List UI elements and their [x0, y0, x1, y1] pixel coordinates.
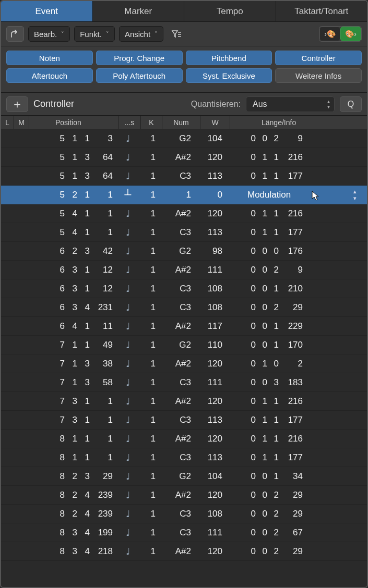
position-cell[interactable]: 8 3 4 199 — [28, 528, 117, 538]
event-row[interactable]: 5 4 1 1 ♩ 1 A#2 120 0 1 1 216 — [1, 204, 367, 223]
event-row[interactable]: 5 1 3 64 ♩ 1 C3 113 0 1 1 177 — [1, 167, 367, 186]
channel-cell[interactable]: 1 — [139, 321, 160, 332]
position-cell[interactable]: 6 3 1 12 — [28, 284, 117, 294]
position-cell[interactable]: 8 1 1 1 — [28, 434, 117, 444]
value-cell[interactable]: 111 — [197, 377, 227, 388]
value-cell[interactable]: 98 — [197, 246, 227, 256]
position-cell[interactable]: 7 3 1 1 — [28, 415, 117, 425]
value-cell[interactable]: 104 — [197, 471, 227, 482]
channel-cell[interactable]: 1 — [139, 209, 160, 219]
event-row[interactable]: 8 2 4 239 ♩ 1 C3 108 0 0 2 29 — [1, 505, 367, 523]
event-row[interactable]: 6 2 3 42 ♩ 1 G2 98 0 0 0 176 — [1, 242, 367, 261]
num-cell[interactable]: C3 — [160, 302, 197, 313]
position-cell[interactable]: 5 4 1 1 — [28, 209, 117, 219]
event-row[interactable]: 5 1 1 3 ♩ 1 G2 104 0 0 2 9 — [1, 129, 367, 148]
num-cell[interactable]: A#2 — [160, 209, 197, 219]
num-cell[interactable]: A#2 — [160, 321, 197, 332]
event-row[interactable]: 7 3 1 1 ♩ 1 A#2 120 0 1 1 216 — [1, 392, 367, 411]
channel-cell[interactable]: 1 — [139, 490, 160, 500]
filter-program-change[interactable]: Progr. Change — [96, 51, 183, 65]
event-row[interactable]: 8 2 4 239 ♩ 1 A#2 120 0 0 2 29 — [1, 486, 367, 505]
event-row[interactable]: 6 4 1 11 ♩ 1 A#2 117 0 0 1 229 — [1, 317, 367, 336]
filter-aftertouch[interactable]: Aftertouch — [6, 68, 93, 83]
num-cell[interactable]: G2 — [160, 340, 197, 350]
col-header-L[interactable]: L — [1, 118, 14, 127]
channel-cell[interactable]: 1 — [139, 227, 160, 238]
event-row[interactable]: 8 3 4 218 ♩ 1 A#2 120 0 0 2 29 — [1, 542, 367, 561]
channel-cell[interactable]: 1 — [139, 415, 160, 425]
event-row[interactable]: 8 1 1 1 ♩ 1 A#2 120 0 1 1 216 — [1, 430, 367, 448]
position-cell[interactable]: 6 3 4 231 — [28, 302, 117, 313]
event-row[interactable]: 7 1 1 49 ♩ 1 G2 110 0 0 1 170 — [1, 336, 367, 354]
channel-cell[interactable]: 1 — [139, 246, 160, 256]
value-cell[interactable]: 113 — [197, 171, 227, 181]
event-row[interactable]: 8 2 3 29 ♩ 1 G2 104 0 0 1 34 — [1, 467, 367, 486]
event-row[interactable]: 5 1 3 64 ♩ 1 A#2 120 0 1 1 216 — [1, 148, 367, 167]
num-cell[interactable]: 1 — [160, 190, 197, 200]
col-header-length-info[interactable]: Länge/Info — [230, 118, 367, 127]
value-cell[interactable]: 120 — [197, 209, 227, 219]
num-cell[interactable]: A#2 — [160, 359, 197, 369]
position-cell[interactable]: 7 1 3 38 — [28, 359, 117, 369]
event-row[interactable]: 5 2 1 1 ┴ 1 1 0 Modulation ▴▾ — [1, 186, 367, 204]
event-row[interactable]: 6 3 4 231 ♩ 1 C3 108 0 0 2 29 — [1, 298, 367, 317]
num-cell[interactable]: G2 — [160, 471, 197, 482]
channel-cell[interactable]: 1 — [139, 359, 160, 369]
filter-controller[interactable]: Controller — [275, 51, 362, 65]
color-palette-in-icon[interactable]: ›🎨 — [319, 27, 340, 41]
value-cell[interactable]: 120 — [197, 490, 227, 500]
event-row[interactable]: 6 3 1 12 ♩ 1 C3 108 0 0 1 210 — [1, 279, 367, 298]
position-cell[interactable]: 8 3 4 218 — [28, 546, 117, 557]
num-cell[interactable]: C3 — [160, 528, 197, 538]
num-cell[interactable]: G2 — [160, 246, 197, 256]
value-cell[interactable]: 108 — [197, 284, 227, 294]
num-cell[interactable]: A#2 — [160, 546, 197, 557]
num-cell[interactable]: A#2 — [160, 265, 197, 275]
value-cell[interactable]: 120 — [197, 434, 227, 444]
position-cell[interactable]: 8 2 3 29 — [28, 471, 117, 482]
channel-cell[interactable]: 1 — [139, 265, 160, 275]
position-cell[interactable]: 5 1 3 64 — [28, 171, 117, 181]
position-cell[interactable]: 5 2 1 1 — [28, 190, 117, 200]
filter-icon[interactable] — [168, 26, 185, 42]
channel-cell[interactable]: 1 — [139, 528, 160, 538]
event-row[interactable]: 7 1 3 58 ♩ 1 C3 111 0 0 3 183 — [1, 373, 367, 392]
event-row[interactable]: 8 3 4 199 ♩ 1 C3 111 0 0 2 67 — [1, 523, 367, 542]
channel-cell[interactable]: 1 — [139, 377, 160, 388]
hierarchy-up-icon[interactable] — [6, 26, 24, 42]
position-cell[interactable]: 6 4 1 11 — [28, 321, 117, 332]
channel-cell[interactable]: 1 — [139, 452, 160, 463]
num-cell[interactable]: A#2 — [160, 490, 197, 500]
event-row[interactable]: 8 1 1 1 ♩ 1 C3 113 0 1 1 177 — [1, 448, 367, 467]
value-cell[interactable]: 0 — [197, 190, 227, 200]
num-cell[interactable]: G2 — [160, 133, 197, 144]
value-cell[interactable]: 104 — [197, 133, 227, 144]
col-header-M[interactable]: M — [14, 118, 29, 127]
num-cell[interactable]: C3 — [160, 227, 197, 238]
view-menu[interactable]: Ansicht˅ — [119, 26, 163, 42]
channel-cell[interactable]: 1 — [139, 152, 160, 163]
num-cell[interactable]: C3 — [160, 171, 197, 181]
position-cell[interactable]: 6 2 3 42 — [28, 246, 117, 256]
channel-cell[interactable]: 1 — [139, 190, 160, 200]
value-cell[interactable]: 113 — [197, 415, 227, 425]
filter-more-info[interactable]: Weitere Infos — [275, 68, 362, 83]
filter-notes[interactable]: Noten — [6, 51, 93, 65]
value-cell[interactable]: 120 — [197, 546, 227, 557]
event-row[interactable]: 6 3 1 12 ♩ 1 A#2 111 0 0 2 9 — [1, 261, 367, 279]
value-cell[interactable]: 120 — [197, 152, 227, 163]
position-cell[interactable]: 5 1 3 64 — [28, 152, 117, 163]
col-header-num[interactable]: Num — [162, 118, 200, 127]
position-cell[interactable]: 7 1 3 58 — [28, 377, 117, 388]
position-cell[interactable]: 5 1 1 3 — [28, 133, 117, 144]
channel-cell[interactable]: 1 — [139, 133, 160, 144]
channel-cell[interactable]: 1 — [139, 340, 160, 350]
event-row[interactable]: 7 3 1 1 ♩ 1 C3 113 0 1 1 177 — [1, 411, 367, 430]
num-cell[interactable]: C3 — [160, 284, 197, 294]
position-cell[interactable]: 8 2 4 239 — [28, 490, 117, 500]
position-cell[interactable]: 5 4 1 1 — [28, 227, 117, 238]
num-cell[interactable]: C3 — [160, 377, 197, 388]
quantize-select[interactable]: Aus ▴▾ — [246, 96, 335, 112]
num-cell[interactable]: A#2 — [160, 396, 197, 407]
position-cell[interactable]: 8 1 1 1 — [28, 452, 117, 463]
